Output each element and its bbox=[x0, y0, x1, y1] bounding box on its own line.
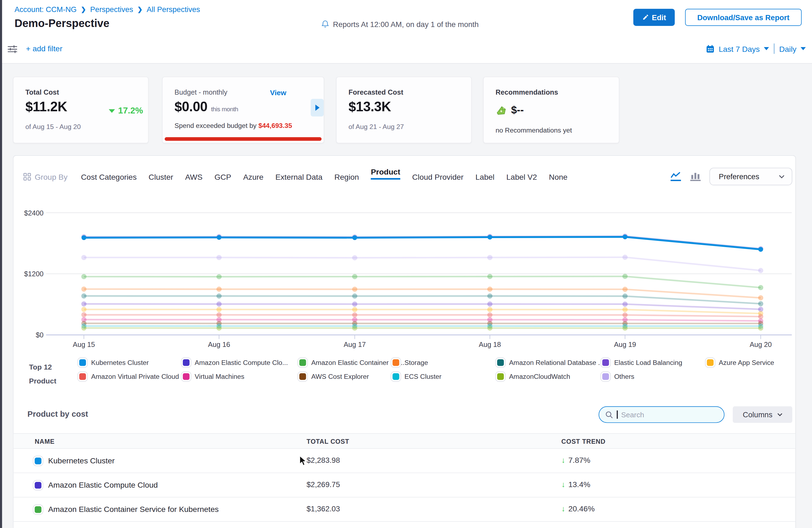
breadcrumb-link[interactable]: Account: CCM-NG bbox=[14, 5, 77, 13]
tab-label-v2[interactable]: Label V2 bbox=[506, 172, 537, 181]
legend-item[interactable]: ECS Cluster bbox=[393, 372, 441, 380]
series-line bbox=[84, 320, 761, 321]
edit-button[interactable]: Edit bbox=[633, 9, 675, 26]
tab-product[interactable]: Product bbox=[371, 167, 400, 180]
tab-aws[interactable]: AWS bbox=[185, 172, 202, 181]
series-line bbox=[84, 296, 761, 304]
reports-note: Reports At 12:00 AM, on day 1 of the mon… bbox=[333, 20, 479, 28]
ccm-perspective-page: Account: CCM-NG❯Perspectives❯All Perspec… bbox=[0, 0, 812, 528]
column-header-total-cost: TOTAL COST bbox=[307, 438, 349, 445]
legend-item[interactable]: Kubernetes Cluster bbox=[79, 358, 149, 366]
breadcrumb-link[interactable]: All Perspectives bbox=[146, 5, 200, 13]
series-marker bbox=[81, 312, 87, 318]
legend-color-swatch bbox=[393, 359, 400, 366]
budget-view-link[interactable]: View bbox=[270, 89, 286, 97]
series-marker bbox=[758, 247, 763, 252]
tab-external-data[interactable]: External Data bbox=[275, 172, 322, 181]
legend-label: Kubernetes Cluster bbox=[91, 358, 149, 366]
row-name[interactable]: Kubernetes Cluster bbox=[48, 456, 115, 465]
tab-cloud-provider[interactable]: Cloud Provider bbox=[412, 172, 464, 181]
legend-item[interactable]: Virtual Machines bbox=[183, 372, 245, 380]
left-edge-divider bbox=[0, 0, 2, 528]
legend-item[interactable]: Storage bbox=[393, 358, 428, 366]
download-button-label: Download/Save as Report bbox=[697, 13, 789, 21]
row-name[interactable]: Amazon Elastic Compute Cloud bbox=[48, 480, 158, 489]
date-range-dropdown[interactable]: Last 7 Days bbox=[706, 44, 769, 53]
legend-item[interactable]: Azure App Service bbox=[707, 358, 774, 366]
triangle-down-icon bbox=[109, 109, 115, 113]
row-total-cost: $2,269.75 bbox=[307, 480, 340, 488]
series-line bbox=[84, 304, 761, 309]
svg-text:$2400: $2400 bbox=[24, 209, 43, 217]
chevron-down-icon bbox=[800, 47, 806, 50]
granularity-dropdown[interactable]: Daily bbox=[779, 44, 806, 53]
tab-cluster[interactable]: Cluster bbox=[149, 172, 173, 181]
tab-azure[interactable]: Azure bbox=[243, 172, 263, 181]
breadcrumb-link[interactable]: Perspectives bbox=[90, 5, 133, 13]
series-color-swatch bbox=[35, 482, 42, 489]
total-cost-label: Total Cost bbox=[25, 89, 59, 96]
reports-schedule: Reports At 12:00 AM, on day 1 of the mon… bbox=[321, 20, 479, 28]
series-marker bbox=[487, 287, 493, 292]
series-line bbox=[84, 257, 761, 270]
text-caret bbox=[617, 410, 618, 419]
chart-legend: Top 12 Product Kubernetes ClusterAmazon … bbox=[13, 352, 796, 392]
preferences-dropdown[interactable]: Preferences bbox=[709, 168, 792, 186]
page-title: Demo-Perspective bbox=[14, 17, 110, 30]
bar-chart-icon[interactable] bbox=[690, 171, 701, 182]
filter-sliders-icon[interactable] bbox=[8, 44, 18, 54]
legend-color-swatch bbox=[393, 373, 400, 380]
legend-label: Amazon Relational Database ... bbox=[509, 358, 604, 366]
table-header: NAME TOTAL COST COST TREND bbox=[13, 434, 795, 449]
tab-region[interactable]: Region bbox=[334, 172, 359, 181]
forecasted-cost-value: $13.3K bbox=[348, 99, 391, 115]
budget-next-arrow-button[interactable] bbox=[311, 99, 323, 116]
cost-line-chart[interactable]: $0$1200$2400Aug 15Aug 16Aug 17Aug 18Aug … bbox=[13, 201, 796, 351]
series-marker bbox=[487, 312, 493, 318]
legend-item[interactable]: AWS Cost Explorer bbox=[299, 372, 369, 380]
series-marker bbox=[622, 293, 627, 299]
legend-label: Amazon Elastic Container Se... bbox=[311, 358, 404, 366]
breadcrumb: Account: CCM-NG❯Perspectives❯All Perspec… bbox=[14, 5, 200, 13]
series-marker bbox=[216, 287, 221, 292]
total-cost-delta-value: 17.2% bbox=[118, 105, 143, 116]
series-marker bbox=[487, 274, 493, 279]
chart-controls: Preferences bbox=[670, 168, 792, 186]
time-controls: Last 7 Days Daily bbox=[706, 43, 806, 54]
series-marker bbox=[217, 235, 221, 240]
legend-item[interactable]: Amazon Elastic Container Se... bbox=[299, 358, 404, 366]
legend-item[interactable]: Amazon Relational Database ... bbox=[497, 358, 604, 366]
series-marker bbox=[622, 274, 627, 279]
tab-cost-categories[interactable]: Cost Categories bbox=[81, 172, 137, 181]
legend-item[interactable]: AmazonCloudWatch bbox=[497, 372, 570, 380]
legend-item[interactable]: Amazon Elastic Compute Clo... bbox=[183, 358, 288, 366]
budget-card: Budget - monthly View $0.00 this month S… bbox=[162, 77, 324, 144]
granularity-value: Daily bbox=[779, 44, 796, 53]
legend-item[interactable]: Amazon Virtual Private Cloud bbox=[79, 372, 179, 380]
table-row[interactable]: Amazon Elastic Compute Cloud$2,269.75↓13… bbox=[13, 473, 795, 497]
forecasted-cost-label: Forecasted Cost bbox=[348, 89, 403, 96]
group-by-tabs: Cost CategoriesClusterAWSGCPAzureExterna… bbox=[81, 170, 567, 183]
series-marker bbox=[352, 293, 358, 299]
budget-exceeded-text: Spend exceeded budget by $44,693.35 bbox=[175, 122, 292, 129]
divider bbox=[774, 43, 774, 54]
legend-label: Azure App Service bbox=[719, 358, 774, 366]
tab-gcp[interactable]: GCP bbox=[215, 172, 231, 181]
legend-color-swatch bbox=[79, 359, 86, 366]
budget-value-row: $0.00 this month bbox=[175, 99, 238, 115]
legend-item[interactable]: Elastic Load Balancing bbox=[602, 358, 682, 366]
search-input[interactable]: Search bbox=[599, 406, 724, 423]
columns-button[interactable]: Columns bbox=[733, 406, 792, 423]
tab-none[interactable]: None bbox=[549, 172, 567, 181]
series-line bbox=[84, 310, 761, 314]
row-name[interactable]: Amazon Elastic Container Service for Kub… bbox=[48, 504, 219, 513]
download-save-report-button[interactable]: Download/Save as Report bbox=[685, 9, 802, 26]
tab-label[interactable]: Label bbox=[475, 172, 494, 181]
legend-item[interactable]: Others bbox=[602, 372, 634, 380]
table-row[interactable]: Kubernetes Cluster$2,283.98↓7.87% bbox=[13, 449, 795, 473]
line-chart-icon[interactable] bbox=[670, 171, 682, 182]
add-filter-button[interactable]: + add filter bbox=[26, 44, 62, 53]
table-row[interactable]: Amazon Elastic Container Service for Kub… bbox=[13, 497, 795, 522]
column-header-name: NAME bbox=[35, 438, 55, 445]
series-marker bbox=[352, 302, 358, 307]
